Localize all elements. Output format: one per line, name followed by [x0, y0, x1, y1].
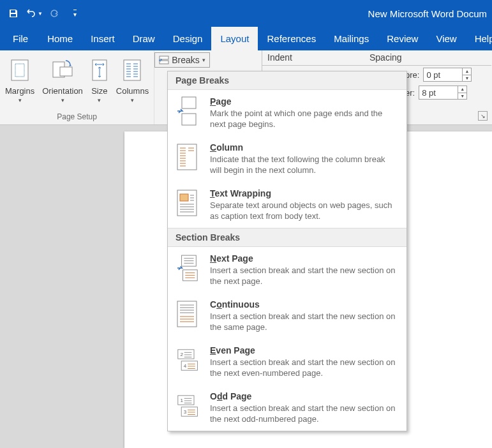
indent-header: Indent [262, 50, 364, 65]
continuous-icon [177, 301, 197, 327]
tab-references[interactable]: References [258, 27, 325, 50]
orientation-icon [52, 59, 73, 81]
undo-icon [25, 8, 36, 19]
break-odd-page-item[interactable]: 13 Odd Page Insert a section break and s… [168, 385, 406, 431]
break-even-page-item[interactable]: 24 Even Page Insert a section break and … [168, 339, 406, 385]
break-column-title: Column [210, 142, 399, 153]
svg-text:2: 2 [180, 352, 183, 357]
svg-rect-2 [11, 60, 28, 80]
margins-icon [10, 59, 30, 81]
break-continuous-item[interactable]: Continuous Insert a section break and st… [168, 293, 406, 339]
break-column-desc: Indicate that the text following the col… [210, 153, 399, 175]
spinner-up-icon[interactable]: ▲ [458, 86, 466, 93]
tab-home[interactable]: Home [38, 27, 82, 50]
svg-text:3: 3 [184, 409, 187, 415]
odd-page-icon: 13 [177, 393, 200, 419]
spinner-down-icon[interactable]: ▼ [463, 75, 471, 82]
tab-layout[interactable]: Layout [211, 27, 258, 50]
dialog-launcher-button[interactable]: ↘ [478, 111, 488, 121]
spacing-before-input[interactable]: 0 pt ▲▼ [423, 68, 472, 82]
tab-mailings[interactable]: Mailings [325, 27, 378, 50]
tab-view[interactable]: View [427, 27, 465, 50]
svg-rect-7 [124, 60, 140, 80]
break-text-wrapping-desc: Separate text around objects on web page… [210, 198, 399, 221]
size-icon [91, 59, 108, 81]
break-page-item[interactable]: Page Mark the point at which one page en… [168, 90, 406, 136]
section-breaks-header: Section Breaks [168, 228, 406, 247]
chevron-down-icon: ▾ [19, 97, 22, 103]
svg-rect-36 [180, 194, 188, 201]
group-label-page-setup: Page Setup [57, 110, 97, 124]
column-break-icon [177, 144, 197, 170]
break-continuous-desc: Insert a section break and start the new… [210, 310, 399, 332]
tab-draw[interactable]: Draw [124, 27, 164, 50]
even-page-icon: 24 [177, 347, 200, 373]
break-continuous-title: Continuous [210, 299, 399, 310]
svg-rect-23 [182, 114, 196, 125]
page-break-icon [177, 96, 200, 126]
orientation-button[interactable]: Orientation ▾ [40, 53, 86, 110]
chevron-down-icon: ▾ [202, 57, 205, 63]
break-column-item[interactable]: Column Indicate that the text following … [168, 136, 406, 182]
break-even-page-title: Even Page [210, 345, 399, 355]
chevron-down-icon: ▾ [61, 97, 64, 103]
spinner-up-icon[interactable]: ▲ [463, 68, 471, 75]
next-page-icon [177, 254, 200, 282]
redo-button[interactable] [45, 4, 64, 23]
spacing-after-input[interactable]: 8 pt ▲▼ [419, 86, 467, 100]
break-next-page-item[interactable]: Next Page Insert a section break and sta… [168, 247, 406, 293]
svg-text:4: 4 [184, 363, 187, 369]
spacing-header: Spacing [364, 50, 407, 65]
save-icon [8, 8, 19, 19]
chevron-down-icon: ▾ [73, 10, 77, 18]
tab-design[interactable]: Design [164, 27, 212, 50]
breaks-button[interactable]: Breaks ▾ [154, 52, 210, 68]
quick-access-toolbar: ▼ ▾ [4, 4, 84, 23]
svg-rect-5 [60, 67, 72, 76]
breaks-icon [159, 56, 169, 64]
svg-rect-0 [11, 10, 15, 13]
text-wrapping-icon [177, 190, 197, 216]
document-title: New Microsoft Word Docum [84, 8, 488, 19]
break-next-page-title: Next Page [210, 253, 399, 264]
spinner-down-icon[interactable]: ▼ [458, 93, 466, 100]
margins-button[interactable]: Margins ▾ [3, 53, 37, 110]
customize-qat-button[interactable]: ▾ [65, 4, 84, 23]
break-page-desc: Mark the point at which one page ends an… [210, 107, 399, 130]
svg-text:1: 1 [180, 398, 183, 403]
break-odd-page-desc: Insert a section break and start the new… [210, 401, 399, 424]
breaks-dropdown: Page Breaks Page Mark the point at which… [167, 71, 407, 431]
svg-rect-22 [182, 97, 196, 108]
svg-rect-1 [11, 14, 16, 17]
break-text-wrapping-title: Text Wrapping [210, 188, 399, 198]
break-text-wrapping-item[interactable]: Text Wrapping Separate text around objec… [168, 182, 406, 228]
break-even-page-desc: Insert a section break and start the new… [210, 355, 399, 378]
break-next-page-desc: Insert a section break and start the new… [210, 264, 399, 287]
columns-button[interactable]: Columns ▾ [114, 53, 151, 110]
chevron-down-icon: ▾ [131, 97, 134, 103]
undo-button[interactable]: ▼ [24, 4, 43, 23]
page-breaks-header: Page Breaks [168, 71, 406, 90]
ribbon-tabs: File Home Insert Draw Design Layout Refe… [0, 27, 492, 50]
group-page-setup: Margins ▾ Orientation ▾ Size ▾ Columns ▾… [0, 50, 154, 124]
size-button[interactable]: Size ▾ [88, 53, 111, 110]
columns-icon [123, 59, 142, 81]
spacing-before-label: ore: [405, 70, 419, 80]
tab-file[interactable]: File [6, 27, 38, 50]
redo-icon [49, 8, 59, 19]
chevron-down-icon: ▼ [38, 11, 43, 17]
tab-insert[interactable]: Insert [82, 27, 124, 50]
title-bar: ▼ ▾ New Microsoft Word Docum [0, 0, 492, 27]
tab-help[interactable]: Help [466, 27, 492, 50]
chevron-down-icon: ▾ [98, 97, 101, 103]
break-odd-page-title: Odd Page [210, 391, 399, 401]
break-page-title: Page [210, 96, 399, 107]
save-button[interactable] [4, 4, 23, 23]
tab-review[interactable]: Review [378, 27, 427, 50]
